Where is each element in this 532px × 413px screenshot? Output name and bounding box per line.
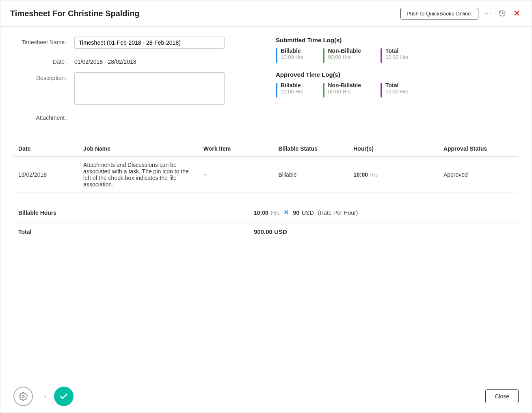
approved-logs-group: Approved Time Log(s) Billable 10:00 Hrs <box>276 71 519 97</box>
date-label: Date : <box>13 56 74 65</box>
attachment-row: Attachment : - <box>13 112 256 121</box>
workflow-settings-button[interactable] <box>13 387 33 406</box>
header-actions: Push to QuickBooks Online. ⋯ ✕ <box>400 7 522 20</box>
billable-hours-label: Billable Hours <box>18 210 254 216</box>
attachment-label: Attachment : <box>13 112 74 121</box>
row-hours: 10:00 Hrs <box>348 156 439 193</box>
row-billable-status: Billable <box>273 156 348 193</box>
rate-value: 90 USD <box>293 210 314 216</box>
col-header-approval: Approval Status <box>439 141 519 156</box>
approved-total-value: 10:00 Hrs <box>385 89 408 95</box>
total-bar <box>381 48 382 63</box>
rate-desc: (Rate Per Hour) <box>318 210 358 216</box>
approved-non-billable-bar <box>323 83 324 97</box>
approved-non-billable-label: Non-Billable <box>328 82 361 89</box>
timesheet-name-label: Timesheet Name : <box>13 37 74 45</box>
col-header-job: Job Name <box>78 141 199 156</box>
submitted-billable-label: Billable <box>281 48 303 54</box>
approved-non-billable-stat: Non-Billable 00:00 Hrs <box>323 82 361 97</box>
billable-hours-value: 10:00 Hrs ✕ 90 USD (Rate Per Hour) <box>254 209 358 216</box>
modal-title: Timesheet For Christine Spalding <box>10 9 140 18</box>
col-header-billable: Billable Status <box>273 141 348 156</box>
submitted-total-label: Total <box>385 48 408 54</box>
hours-unit: Hrs <box>370 172 378 178</box>
submitted-non-billable-label: Non-Billable <box>328 48 361 54</box>
stats-section: Submitted Time Log(s) Billable 10:00 Hrs <box>276 37 519 128</box>
table-header-row: Date Job Name Work Item Billable Status … <box>13 141 519 156</box>
description-row: Description : <box>13 72 256 105</box>
col-header-hours: Hour(s) <box>348 141 439 156</box>
approved-billable-bar <box>276 83 277 97</box>
timesheet-table: Date Job Name Work Item Billable Status … <box>13 141 519 193</box>
approved-total-bar <box>381 83 382 97</box>
quickbooks-button[interactable]: Push to QuickBooks Online. <box>400 8 478 19</box>
submitted-stats-row: Billable 10:00 Hrs Non-Billable 00:00 Hr… <box>276 48 519 63</box>
total-summary-row: Total 900.00 USD <box>13 223 519 241</box>
description-label: Description : <box>13 72 74 81</box>
workflow-controls: → <box>13 387 74 406</box>
approved-logs-title: Approved Time Log(s) <box>276 71 519 78</box>
submitted-billable-value: 10:00 Hrs <box>281 54 303 60</box>
timesheet-name-input[interactable] <box>74 37 225 49</box>
approved-billable-label: Billable <box>281 82 303 89</box>
non-billable-bar <box>323 48 324 63</box>
approved-billable-stat: Billable 10:00 Hrs <box>276 82 303 97</box>
modal-body: Timesheet Name : Date : 01/02/2018 - 28/… <box>0 27 532 380</box>
row-work-item: -- <box>199 156 274 193</box>
close-button[interactable]: Close <box>485 389 519 403</box>
submitted-billable-stat: Billable 10:00 Hrs <box>276 48 303 63</box>
history-icon <box>499 10 506 17</box>
col-header-work: Work Item <box>199 141 274 156</box>
submitted-logs-group: Submitted Time Log(s) Billable 10:00 Hrs <box>276 37 519 63</box>
attachment-value[interactable]: - <box>74 112 76 121</box>
timesheet-name-row: Timesheet Name : <box>13 37 256 49</box>
billable-hours-summary-row: Billable Hours 10:00 Hrs ✕ 90 USD (Rate … <box>13 203 519 223</box>
approved-stats-row: Billable 10:00 Hrs Non-Billable 00:00 Hr… <box>276 82 519 97</box>
submitted-total-stat: Total 10:00 Hrs <box>381 48 408 63</box>
approved-non-billable-value: 00:00 Hrs <box>328 89 361 95</box>
description-input[interactable] <box>74 72 225 105</box>
approved-billable-value: 10:00 Hrs <box>281 89 303 95</box>
row-date: 13/02/2018 <box>13 156 78 193</box>
billable-bar <box>276 48 277 63</box>
form-section: Timesheet Name : Date : 01/02/2018 - 28/… <box>13 37 256 128</box>
table-row: 13/02/2018 Attachments and Discussions c… <box>13 156 519 193</box>
arrow-right-icon: → <box>39 392 48 401</box>
approved-total-label: Total <box>385 82 408 89</box>
billable-hours-number: 10:00 Hrs <box>254 210 279 216</box>
approve-button[interactable] <box>54 387 74 406</box>
gear-icon <box>19 392 28 401</box>
checkmark-icon <box>59 391 69 401</box>
summary-section: Billable Hours 10:00 Hrs ✕ 90 USD (Rate … <box>13 203 519 241</box>
rate-unit: USD <box>302 210 314 216</box>
multiply-icon: ✕ <box>283 209 289 216</box>
row-job-name: Attachments and Discussions can be assoc… <box>78 156 199 193</box>
svg-point-0 <box>22 395 24 398</box>
col-header-date: Date <box>13 141 78 156</box>
submitted-logs-title: Submitted Time Log(s) <box>276 37 519 43</box>
close-header-button[interactable]: ✕ <box>512 7 522 20</box>
submitted-total-value: 10:00 Hrs <box>385 54 408 60</box>
top-section: Timesheet Name : Date : 01/02/2018 - 28/… <box>13 37 519 128</box>
hours-value: 10:00 <box>353 171 368 178</box>
history-button[interactable] <box>497 8 508 19</box>
more-options-icon: ⋯ <box>484 9 491 18</box>
submitted-non-billable-value: 00:00 Hrs <box>328 54 361 60</box>
modal-header: Timesheet For Christine Spalding Push to… <box>0 0 532 27</box>
more-options-button[interactable]: ⋯ <box>482 7 493 19</box>
billable-hours-unit: Hrs <box>271 210 280 216</box>
total-value: 900.00 USD <box>254 228 287 235</box>
submitted-non-billable-stat: Non-Billable 00:00 Hrs <box>323 48 361 63</box>
row-approval-status: Approved <box>439 156 519 193</box>
date-value: 01/02/2018 - 28/02/2018 <box>74 56 136 65</box>
approved-total-stat: Total 10:00 Hrs <box>381 82 408 97</box>
timesheet-modal: Timesheet For Christine Spalding Push to… <box>0 0 532 413</box>
total-label: Total <box>18 229 254 235</box>
modal-footer: → Close <box>0 380 532 413</box>
date-row: Date : 01/02/2018 - 28/02/2018 <box>13 56 256 65</box>
